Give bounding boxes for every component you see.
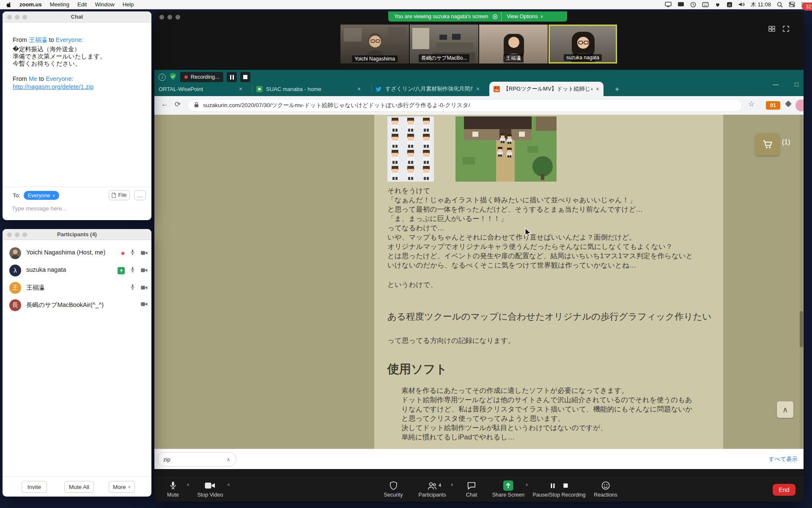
new-tab-button[interactable]: +	[611, 83, 623, 95]
keyboard-icon[interactable]	[702, 2, 709, 7]
cart-button[interactable]	[755, 133, 779, 155]
meeting-info-icon[interactable]: i	[159, 74, 166, 81]
back-icon[interactable]: ←	[161, 100, 168, 108]
chat-message-header: From Me to Everyone:	[13, 75, 73, 82]
pause-recording-button[interactable]	[227, 72, 237, 82]
chat-recipient[interactable]: Everyone:	[46, 75, 73, 82]
recording-status: Recording...	[180, 72, 223, 82]
end-meeting-button[interactable]: End	[773, 484, 796, 496]
chat-sender[interactable]: Me	[29, 75, 37, 82]
browser-tab[interactable]: ORTAL-WisePoint ×	[154, 82, 247, 96]
close-tab-icon[interactable]: ×	[357, 86, 361, 92]
browser-tab[interactable]: すざくリン/八月素材制作強化月間だ ×	[371, 82, 484, 96]
extensions-puzzle-icon[interactable]	[785, 100, 792, 110]
mute-options-chevron[interactable]: ∧	[187, 482, 189, 487]
mic-icon[interactable]	[130, 266, 135, 275]
extension-badge[interactable]: 01	[766, 101, 780, 110]
chat-more-button[interactable]: …	[134, 190, 146, 200]
view-options-button[interactable]: View Options ∨	[501, 11, 548, 22]
control-center-icon[interactable]	[789, 2, 795, 7]
chat-to-row: To: Everyone ∨	[13, 191, 59, 200]
chat-message-input[interactable]	[12, 205, 139, 212]
participants-titlebar[interactable]: Participants (4)	[3, 229, 151, 240]
video-options-chevron[interactable]: ∧	[227, 482, 230, 487]
chat-link[interactable]: http://nagasm.org/delete/1.zip	[13, 83, 93, 90]
time-machine-icon[interactable]	[690, 2, 696, 8]
chat-recipient[interactable]: Everyone:	[56, 36, 83, 43]
video-thumbnail-active-speaker[interactable]: suzuka nagata	[549, 25, 617, 64]
minimize-window-button[interactable]	[167, 15, 172, 19]
camera-icon[interactable]	[140, 250, 148, 257]
recipient-selector[interactable]: Everyone ∨	[24, 191, 59, 200]
screen-mirroring-icon[interactable]	[665, 2, 672, 7]
stop-recording-button[interactable]	[240, 72, 250, 82]
scroll-to-top-button[interactable]: ∧	[777, 401, 793, 418]
camera-icon[interactable]	[140, 284, 148, 292]
close-tab-icon[interactable]: ×	[476, 86, 480, 92]
stop-video-button[interactable]: Stop Video	[198, 480, 223, 498]
pause-stop-recording-button[interactable]: Pause/Stop Recording	[532, 480, 585, 498]
more-button[interactable]: More ∨	[109, 481, 135, 493]
menu-window[interactable]: Window	[95, 1, 114, 8]
refresh-icon[interactable]: ⟳	[175, 100, 181, 109]
zoom-window-button[interactable]	[176, 15, 180, 19]
video-thumbnail[interactable]: 王福瀛	[479, 25, 548, 64]
security-button[interactable]: Security	[384, 480, 403, 498]
browser-profile-avatar[interactable]	[796, 99, 804, 111]
reactions-button[interactable]: Reactions	[594, 480, 617, 498]
web-page-content: それをうけて 「なぁんだ！じゃあイラスト描く時みたいに描いて並べりゃあいいじゃん…	[154, 115, 804, 449]
page-scrollbar-thumb[interactable]	[800, 311, 803, 347]
mic-icon[interactable]	[130, 284, 135, 293]
browser-tab-active[interactable]: 【RPGツクールMV】ドット絵師じゃない ×	[489, 82, 604, 96]
browser-tab-strip: i Recording... — □ ORTAL-WisePoint × SUA…	[154, 70, 804, 96]
menu-help[interactable]: Help	[123, 1, 134, 8]
apple-menu-icon[interactable]	[6, 1, 11, 8]
display-icon[interactable]	[678, 2, 684, 7]
gallery-view-icon[interactable]	[768, 26, 775, 33]
mic-icon[interactable]	[130, 249, 135, 258]
menu-meeting[interactable]: Meeting	[50, 1, 69, 8]
share-options-chevron[interactable]: ∧	[525, 482, 528, 487]
spotlight-search-icon[interactable]	[777, 2, 783, 8]
menu-bar-clock[interactable]: 木 11:08	[751, 1, 771, 8]
heart-icon[interactable]	[715, 2, 721, 7]
menu-edit[interactable]: Edit	[77, 1, 87, 8]
chat-sender[interactable]: 王福瀛	[29, 36, 47, 43]
show-all-downloads-link[interactable]: すべて表示	[769, 456, 798, 463]
participant-row[interactable]: λ suzuka nagata	[3, 262, 151, 279]
bookmark-star-icon[interactable]: ☆	[748, 99, 754, 108]
mute-button[interactable]: Mute	[167, 480, 179, 498]
video-thumbnail[interactable]: 長嶋のサブMacBo...	[410, 25, 478, 64]
share-screen-button[interactable]: Share Screen	[492, 480, 524, 498]
download-item[interactable]: zip ∧	[157, 452, 236, 467]
address-bar[interactable]: suzakurin.com/2020/07/30/ツクールmv-ドット絵師じゃな…	[187, 99, 742, 112]
input-source-icon[interactable]: A	[727, 2, 732, 8]
participant-row[interactable]: Yoichi Nagashima (Host, me)	[3, 244, 151, 262]
video-thumbnail[interactable]: Yoichi Nagashima	[340, 25, 409, 64]
chat-titlebar[interactable]: Chat	[3, 11, 151, 22]
close-tab-icon[interactable]: ×	[239, 86, 242, 92]
mute-all-button[interactable]: Mute All	[64, 481, 94, 493]
participant-row[interactable]: 王 王福瀛	[3, 279, 151, 296]
download-menu-caret-icon[interactable]: ∧	[227, 457, 230, 462]
file-attach-button[interactable]: File	[109, 190, 130, 200]
pause-recording-icon[interactable]	[548, 481, 557, 490]
stop-recording-icon[interactable]	[561, 481, 570, 490]
camera-icon[interactable]	[140, 301, 148, 309]
menu-zoom-us[interactable]: zoom.us	[19, 1, 42, 8]
browser-minimize-button[interactable]: —	[773, 81, 779, 88]
browser-tab[interactable]: SUAC manaba - home ×	[252, 82, 365, 96]
browser-maximize-button[interactable]: □	[795, 81, 798, 88]
participants-options-chevron[interactable]: ∧	[450, 482, 453, 487]
close-window-button[interactable]	[159, 15, 164, 19]
page-scrollbar[interactable]	[800, 115, 803, 449]
chat-button[interactable]: Chat	[466, 480, 477, 498]
close-tab-icon[interactable]: ×	[596, 86, 599, 92]
fullscreen-icon[interactable]	[783, 26, 789, 33]
participant-status-icons	[121, 249, 148, 258]
participant-row[interactable]: 長 長嶋のサブMacBookAir(^_^)	[3, 296, 151, 314]
invite-button[interactable]: Invite	[22, 481, 47, 493]
camera-icon[interactable]	[140, 267, 148, 275]
volume-icon[interactable]	[738, 2, 745, 7]
participants-button[interactable]: Participants	[418, 480, 446, 498]
